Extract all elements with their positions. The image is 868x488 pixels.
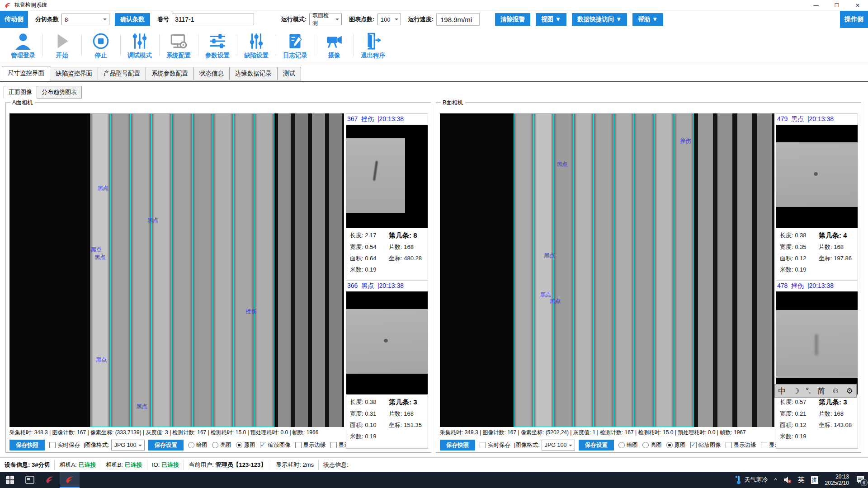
window-title: 视觉检测系统	[14, 1, 47, 9]
current-user: 当前用户: 管理员【123-123】	[184, 460, 271, 470]
web-strip	[278, 113, 291, 427]
chart-points-select[interactable]: 100	[377, 14, 401, 25]
dark-image-radio[interactable]	[618, 442, 625, 448]
exit-program-button[interactable]: 退出程序	[354, 28, 392, 62]
moon-icon[interactable]: ☽	[793, 386, 799, 396]
save-snapshot-button[interactable]: 保存快照	[440, 440, 475, 450]
panel-a-title: A面相机	[10, 99, 35, 107]
defect-thumbnail[interactable]	[776, 125, 858, 228]
ime-indicator[interactable]: 拼	[808, 472, 821, 488]
start-button[interactable]: 开始	[42, 28, 81, 62]
emoji-icon[interactable]: ☺	[832, 386, 840, 395]
system-config-button[interactable]: 系统配置	[159, 28, 198, 62]
show-edge-checkbox[interactable]	[726, 442, 732, 448]
run-mode-label: 运行模式:	[281, 15, 307, 23]
show-count-checkbox[interactable]	[330, 442, 337, 448]
subtab-distribution-chart[interactable]: 分布趋势图表	[37, 86, 82, 99]
camera-b-controls: 保存快照 实时保存 |图像格式: JPG 100 保存设置 暗图 亮图 原图 缩…	[440, 439, 775, 451]
tab-product-model-config[interactable]: 产品型号配置	[98, 67, 146, 80]
app-logo-icon	[65, 475, 75, 485]
minimize-button[interactable]: —	[806, 0, 826, 11]
title-bar: 视觉检测系统 — ☐ ✕	[0, 0, 868, 11]
help-menu-button[interactable]: 帮助 ▼	[632, 13, 663, 26]
maximize-button[interactable]: ☐	[826, 0, 847, 11]
image-format-label: |图像格式:	[514, 441, 540, 449]
operator-side-button[interactable]: 操作侧	[840, 11, 868, 28]
image-defect-label: 黑点	[557, 160, 567, 168]
defect-header: 367 挫伤 |20:13:38	[346, 114, 428, 125]
parameter-settings-button[interactable]: 参数设置	[198, 28, 237, 62]
clear-alarm-button[interactable]: 清除报警	[495, 13, 530, 26]
zoom-image-checkbox[interactable]	[690, 442, 697, 448]
h-sliders-icon	[208, 32, 227, 51]
defect-thumbnail[interactable]	[776, 291, 858, 394]
start-button[interactable]	[0, 472, 20, 488]
user-icon	[14, 32, 33, 51]
quick-access-menu-button[interactable]: 数据快捷访问 ▼	[572, 13, 627, 26]
ime-settings-gear-icon[interactable]: ⚙	[846, 386, 853, 396]
realtime-save-checkbox[interactable]	[49, 442, 56, 448]
pinned-app-button[interactable]	[40, 472, 60, 488]
slit-count-select[interactable]: 8	[61, 14, 109, 25]
dark-image-radio[interactable]	[188, 442, 194, 448]
defect-card: 478 挫伤 |20:13:38 长度: 0.57 第几条: 3 宽度: 0.2…	[776, 281, 858, 447]
defect-stats: 长度: 0.38 第几条: 3 宽度: 0.31 片数: 168 面积: 0.1…	[346, 394, 428, 441]
original-image-radio[interactable]	[236, 442, 242, 448]
web-strip	[757, 113, 772, 427]
defect-thumbnail[interactable]	[346, 291, 428, 394]
save-snapshot-button[interactable]: 保存快照	[9, 440, 45, 450]
original-image-radio[interactable]	[666, 442, 673, 448]
io-status: IO:已连接	[147, 460, 184, 470]
drive-side-button[interactable]: 传动侧	[0, 11, 28, 28]
punctuation-mode[interactable]: °,	[806, 386, 811, 395]
subtab-front-image[interactable]: 正面图像	[4, 86, 37, 99]
show-edge-checkbox[interactable]	[295, 442, 302, 448]
notification-center-button[interactable]: 6	[853, 472, 868, 488]
tab-test[interactable]: 测试	[278, 67, 301, 80]
show-count-checkbox[interactable]	[761, 442, 767, 448]
realtime-save-checkbox[interactable]	[480, 442, 486, 448]
tab-size-monitor[interactable]: 尺寸监控界面	[2, 66, 50, 80]
task-view-button[interactable]	[20, 472, 40, 488]
defect-thumbnail[interactable]	[346, 125, 428, 228]
image-defect-label: 黑点	[98, 184, 108, 192]
main-tab-strip: 尺寸监控界面 缺陷监控界面 产品型号配置 系统参数配置 状态信息 边缘数据记录 …	[0, 67, 301, 80]
stop-button[interactable]: 停止	[81, 28, 120, 62]
image-format-select[interactable]: JPG 100	[111, 440, 145, 450]
image-defect-label: 挫伤	[245, 308, 256, 315]
roll-input[interactable]	[172, 14, 254, 25]
clock[interactable]: 20:13 2025/2/10	[821, 474, 853, 486]
running-app-button[interactable]	[60, 472, 80, 488]
view-menu-button[interactable]: 视图 ▼	[536, 13, 566, 26]
defect-settings-button[interactable]: 缺陷设置	[237, 28, 276, 62]
tray-expand-chevron[interactable]: ^	[771, 472, 780, 488]
device-info: 设备信息: 3#分切	[0, 460, 55, 470]
web-strip	[329, 113, 342, 427]
log-record-button[interactable]: 日志记录	[276, 28, 315, 62]
web-strip	[514, 113, 533, 427]
close-button[interactable]: ✕	[847, 0, 868, 11]
tab-system-parameter-config[interactable]: 系统参数配置	[146, 67, 194, 80]
confirm-count-button[interactable]: 确认条数	[115, 13, 150, 26]
weather-widget[interactable]: 天气寒冷	[732, 472, 771, 488]
volume-muted-icon[interactable]	[780, 472, 795, 488]
run-mode-select[interactable]: 双面检测	[309, 14, 342, 25]
language-indicator[interactable]: 英	[795, 472, 808, 488]
ime-mode-chinese[interactable]: 中	[778, 386, 786, 396]
app-logo-icon	[45, 475, 55, 485]
bright-image-radio[interactable]	[642, 442, 649, 448]
tab-edge-data-record[interactable]: 边缘数据记录	[230, 67, 278, 80]
tab-defect-monitor[interactable]: 缺陷监控界面	[50, 67, 98, 80]
simplified-mode[interactable]: 简	[817, 386, 825, 396]
debug-mode-button[interactable]: 调试模式	[120, 28, 159, 62]
image-format-select[interactable]: JPG 100	[542, 440, 575, 450]
zoom-image-checkbox[interactable]	[260, 442, 266, 448]
save-settings-button[interactable]: 保存设置	[579, 440, 614, 450]
tab-status-info[interactable]: 状态信息	[194, 67, 230, 80]
save-settings-button[interactable]: 保存设置	[148, 440, 184, 450]
slit-count-label: 分切条数	[35, 15, 59, 23]
web-strip	[193, 113, 213, 427]
bright-image-radio[interactable]	[212, 442, 218, 448]
admin-login-button[interactable]: 管理登录	[4, 28, 42, 62]
capture-button[interactable]: 摄像	[315, 28, 354, 62]
